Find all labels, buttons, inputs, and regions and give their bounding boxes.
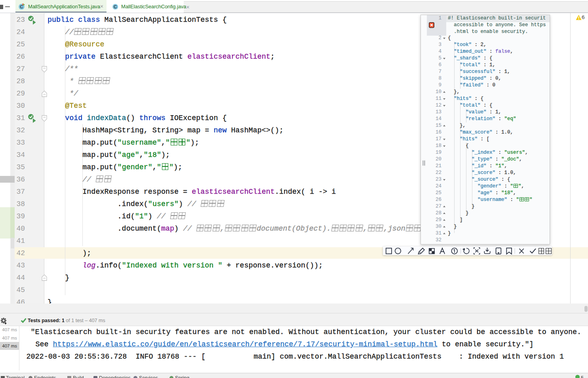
svg-text:C: C <box>20 4 23 9</box>
svg-text:C: C <box>114 4 117 9</box>
